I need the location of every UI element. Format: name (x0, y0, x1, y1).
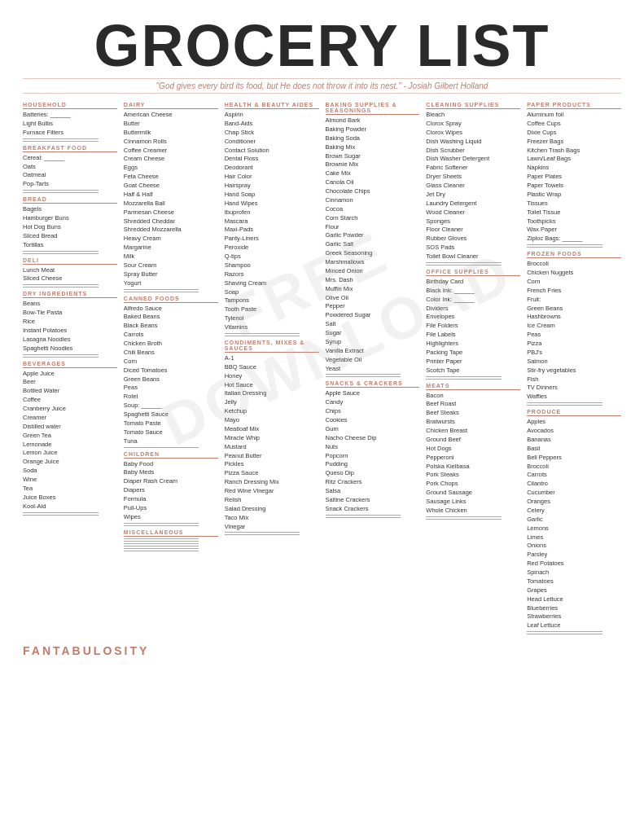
meats-title: MEATS (426, 383, 520, 390)
dairy-title: DAIRY (124, 102, 218, 109)
line (23, 287, 99, 288)
line (527, 247, 602, 248)
line (326, 517, 401, 518)
household-title: HOUSEHOLD (23, 102, 117, 109)
line (124, 292, 199, 292)
paper-title: PAPER PRODUCTS (527, 102, 621, 109)
section-beverages: BEVERAGES Apple Juice Beer Bottled Water… (23, 361, 117, 517)
canned-title: CANNED FOODS (124, 296, 218, 303)
line (23, 515, 99, 516)
section-meats: MEATS Bacon Beef Roast Beef Steaks Bratw… (426, 383, 520, 521)
page-title: GROCERY LIST (23, 16, 621, 75)
line (225, 532, 300, 533)
beverages-title: BEVERAGES (23, 361, 117, 368)
column-5: CLEANING SUPPLIES Bleach Clorox Spray Cl… (426, 102, 520, 636)
line (426, 379, 502, 380)
column-3: HEALTH & BEAUTY AIDES Aspirin Band-Aids … (225, 102, 319, 636)
line (225, 336, 300, 336)
line (124, 551, 199, 551)
line (124, 548, 199, 549)
produce-title: PRODUCE (527, 409, 621, 416)
section-deli: DELI Lunch Meat Sliced Cheese (23, 257, 117, 290)
line (124, 525, 199, 526)
section-children: CHILDREN Baby Food Baby Meds Diaper Rash… (124, 451, 218, 528)
line (426, 516, 502, 517)
column-4: BAKING SUPPLIES & SEASONINGS Almond Bark… (326, 102, 420, 636)
line (23, 138, 99, 139)
line (225, 333, 300, 334)
children-title: CHILDREN (124, 451, 218, 459)
line (527, 244, 602, 245)
line (426, 262, 502, 263)
line (426, 376, 502, 377)
line (23, 253, 99, 254)
line (225, 534, 300, 535)
line (124, 538, 199, 539)
line (23, 357, 99, 358)
deli-title: DELI (23, 257, 117, 265)
line (527, 402, 602, 403)
line (527, 634, 602, 634)
column-2: DAIRY American Cheese Butter Buttermilk … (124, 102, 218, 636)
section-frozen: FROZEN FOODS Broccoli Chicken Nuggets Co… (527, 251, 621, 407)
line (23, 512, 99, 513)
section-dairy: DAIRY American Cheese Butter Buttermilk … (124, 102, 218, 294)
section-produce: PRODUCE Apples Avocados Bananas Basil Be… (527, 409, 621, 636)
office-title: OFFICE SUPPLIES (426, 269, 520, 276)
bread-title: BREAD (23, 196, 117, 204)
line (23, 141, 99, 142)
column-1: HOUSEHOLD Batteries: ______ Light Bulbs … (23, 102, 117, 636)
section-misc: MISCELLANEOUS (124, 529, 218, 553)
cleaning-title: CLEANING SUPPLIES (426, 102, 520, 109)
line (124, 523, 199, 524)
section-household: HOUSEHOLD Batteries: ______ Light Bulbs … (23, 102, 117, 143)
section-health: HEALTH & BEAUTY AIDES Aspirin Band-Aids … (225, 102, 319, 338)
line (326, 515, 401, 516)
dry-title: DRY INGREDIENTS (23, 291, 117, 298)
section-dry: DRY INGREDIENTS Beans Bow-Tie Pasta Rice… (23, 291, 117, 358)
section-bread: BREAD Bagels Hamburger Buns Hot Dog Buns… (23, 196, 117, 255)
line (23, 284, 99, 285)
page: FREEDOWNLOAD GROCERY LIST "God gives eve… (0, 0, 644, 834)
line (23, 251, 99, 252)
section-breakfast: BREAKFAST FOOD Cereal: ______ Oats Oatme… (23, 145, 117, 195)
line (124, 546, 199, 546)
breakfast-title: BREAKFAST FOOD (23, 145, 117, 152)
line (527, 405, 602, 406)
misc-title: MISCELLANEOUS (124, 529, 218, 537)
section-canned: CANNED FOODS Alfredo Sauce Baked Beans B… (124, 296, 218, 450)
line (124, 543, 199, 544)
section-paper: PAPER PRODUCTS Aluminum foil Coffee Cups… (527, 102, 621, 249)
section-baking: BAKING SUPPLIES & SEASONINGS Almond Bark… (326, 102, 420, 379)
line (124, 289, 199, 290)
subtitle: "God gives every bird its food, but He d… (23, 78, 621, 94)
condiments-title: CONDIMENTS, MIXES & SAUCES (225, 340, 319, 353)
snacks-title: SNACKS & CRACKERS (326, 380, 420, 388)
section-snacks: SNACKS & CRACKERS Apple Sauce Candy Chip… (326, 380, 420, 519)
line (124, 541, 199, 542)
line (23, 190, 99, 191)
line (326, 376, 401, 377)
section-office: OFFICE SUPPLIES Birthday Card Black Ink:… (426, 269, 520, 381)
footer-brand: FANTABULOSITY (23, 644, 621, 657)
grocery-columns: HOUSEHOLD Batteries: ______ Light Bulbs … (23, 102, 621, 636)
line (426, 265, 502, 266)
baking-title: BAKING SUPPLIES & SEASONINGS (326, 102, 420, 115)
frozen-title: FROZEN FOODS (527, 251, 621, 258)
health-title: HEALTH & BEAUTY AIDES (225, 102, 319, 109)
line (426, 519, 502, 520)
line (326, 374, 401, 375)
section-cleaning: CLEANING SUPPLIES Bleach Clorox Spray Cl… (426, 102, 520, 267)
column-6: PAPER PRODUCTS Aluminum foil Coffee Cups… (527, 102, 621, 636)
line (124, 447, 199, 448)
line (527, 631, 602, 632)
line (23, 192, 99, 193)
section-condiments: CONDIMENTS, MIXES & SAUCES A-1 BBQ Sauce… (225, 340, 319, 538)
line (23, 354, 99, 355)
